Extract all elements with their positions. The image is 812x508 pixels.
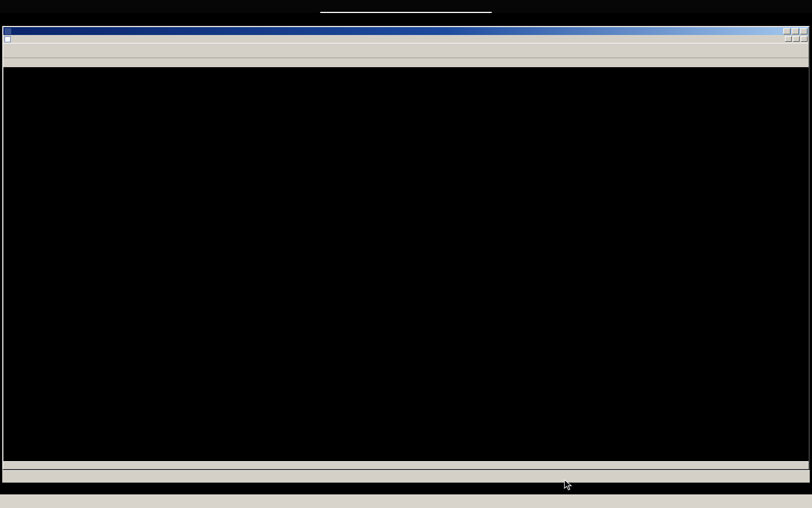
mdi-restore-button[interactable]: [793, 36, 800, 42]
waveform-plot[interactable]: [3, 67, 809, 461]
mdi-window-controls: [785, 36, 809, 42]
ltspice-window-controls: [783, 28, 807, 34]
mouse-cursor: [564, 479, 573, 492]
vnc-toolbar-grip[interactable]: [320, 12, 492, 13]
mdi-minimize-button[interactable]: [785, 36, 792, 42]
ltspice-tabbar: [3, 58, 809, 67]
ltspice-minimize-button[interactable]: [783, 28, 791, 34]
ltspice-close-button[interactable]: [800, 28, 807, 34]
ltspice-restore-button[interactable]: [792, 28, 799, 34]
local-taskbar: [0, 494, 812, 508]
ltspice-statusbar: [3, 461, 809, 469]
waveform-svg: [3, 67, 809, 461]
mdi-close-button[interactable]: [801, 36, 807, 42]
ltspice-app-icon: [5, 28, 11, 34]
ltspice-titlebar[interactable]: [3, 27, 809, 35]
remote-desktop: [2, 26, 810, 483]
remote-taskbar: [2, 470, 810, 483]
ltspice-window: [2, 26, 810, 470]
ltspice-toolbar: [3, 43, 809, 58]
document-icon: [5, 36, 11, 42]
vnc-titlebar[interactable]: [0, 0, 812, 13]
ltspice-menubar: [3, 35, 809, 43]
